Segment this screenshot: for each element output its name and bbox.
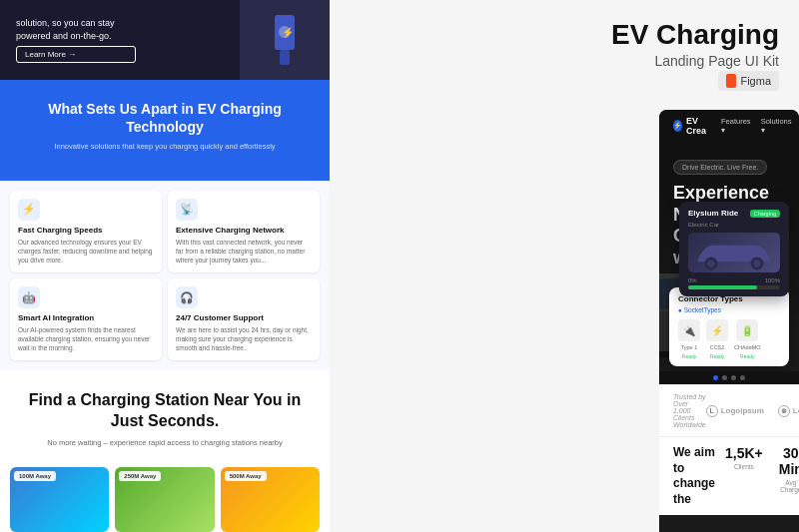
station-card-2[interactable]: 250M Away bbox=[115, 467, 214, 532]
svg-point-21 bbox=[753, 260, 760, 266]
right-panel: EV Charging Landing Page UI Kit Figma ⚡ … bbox=[330, 0, 799, 532]
find-section-title: Find a Charging Station Near You in Just… bbox=[16, 390, 314, 432]
mockup-container: ⚡ EV Crea Features ▾ Solutions ▾ How It … bbox=[659, 110, 799, 532]
nav-solutions[interactable]: Solutions ▾ bbox=[761, 113, 792, 140]
progress-bar bbox=[688, 285, 780, 289]
progress-bar-fill bbox=[688, 285, 757, 289]
connector-icon-3: 🔋 bbox=[736, 319, 758, 341]
blue-section-title: What Sets Us Apart in EV Charging Techno… bbox=[16, 100, 314, 136]
feature-description: Our advanced technology ensures your EV … bbox=[18, 238, 154, 265]
logo-item-1: L Logoipsum bbox=[706, 405, 764, 417]
features-grid: ⚡ Fast Charging Speeds Our advanced tech… bbox=[0, 181, 330, 371]
stats-numbers: 1,5K+ Clients 30 Min Avg Charge 24/7 Sup… bbox=[725, 445, 799, 493]
connector-icon-2: ⚡ bbox=[706, 319, 728, 341]
ai-icon: 🤖 bbox=[18, 286, 40, 308]
figma-icon bbox=[726, 74, 736, 88]
stat-charge-number: 30 Min bbox=[779, 445, 799, 477]
connector-item-1: 🔌 Type 1 Ready bbox=[678, 319, 700, 359]
connector-status-3: Ready bbox=[740, 353, 754, 359]
blue-section-subtitle: Innovative solutions that keep you charg… bbox=[16, 142, 314, 153]
mock-hero: Drive Electric. Live Free. Experience Ne… bbox=[659, 142, 799, 371]
feature-card-ai: 🤖 Smart AI Integration Our AI-powered sy… bbox=[10, 278, 162, 360]
svg-point-19 bbox=[707, 260, 714, 266]
feature-title: 24/7 Customer Support bbox=[176, 313, 312, 322]
mock-nav-items: Features ▾ Solutions ▾ How It Works Revi… bbox=[721, 113, 799, 140]
lightning-icon: ⚡ bbox=[18, 199, 40, 221]
find-section: Find a Charging Station Near You in Just… bbox=[0, 370, 330, 467]
station-card-1[interactable]: 100M Away bbox=[10, 467, 109, 532]
connector-label-3: CHAdeMO bbox=[734, 344, 761, 350]
logo-icon-1: L bbox=[706, 405, 718, 417]
dot-1[interactable] bbox=[713, 375, 718, 380]
stats-section: We aim to change the 1,5K+ Clients 30 Mi… bbox=[659, 436, 799, 515]
feature-description: With this vast connected network, you ne… bbox=[176, 238, 312, 265]
connector-status-2: Ready bbox=[710, 353, 724, 359]
feature-description: We are here to assist you 24 hrs, day or… bbox=[176, 325, 312, 352]
station-distance-3: 500M Away bbox=[225, 471, 267, 481]
logo-items: L Logoipsum ⊗ Logoipsum ✳ Logoipsum ◈ Lo… bbox=[706, 405, 799, 417]
progress-label-left: 0% bbox=[688, 277, 697, 283]
page-title: EV Charging bbox=[611, 20, 779, 51]
top-dark-text: solution, so you can stay powered and on… bbox=[16, 17, 136, 42]
figma-label: Figma bbox=[740, 75, 771, 87]
left-top-dark: solution, so you can stay powered and on… bbox=[0, 0, 330, 80]
stat-charge-time: 30 Min Avg Charge bbox=[779, 445, 799, 493]
feature-title: Fast Charging Speeds bbox=[18, 226, 154, 235]
dot-3[interactable] bbox=[731, 375, 736, 380]
page-subtitle: Landing Page UI Kit bbox=[611, 53, 779, 69]
connector-label-1: Type 1 bbox=[681, 344, 698, 350]
connector-card: Connector Types ● SocketTypes 🔌 Type 1 R… bbox=[669, 287, 789, 366]
station-card-3[interactable]: 500M Away bbox=[221, 467, 320, 532]
mock-logo-text: EV Crea bbox=[686, 116, 709, 136]
station-cards-row: 100M Away 250M Away 500M Away bbox=[0, 467, 330, 532]
support-icon: 🎧 bbox=[176, 286, 198, 308]
mock-nav: ⚡ EV Crea Features ▾ Solutions ▾ How It … bbox=[659, 110, 799, 142]
dot-4[interactable] bbox=[740, 375, 745, 380]
ev-crea-logo-icon: ⚡ bbox=[673, 120, 682, 132]
progress-label-right: 100% bbox=[765, 277, 780, 283]
feature-title: Extensive Charging Network bbox=[176, 226, 312, 235]
svg-text:⚡: ⚡ bbox=[282, 26, 295, 39]
elysium-card: Elysium Ride Charging Electric Car 0% 1 bbox=[679, 202, 789, 296]
logo-text-1: Logoipsum bbox=[721, 406, 764, 415]
connector-item-3: 🔋 CHAdeMO Ready bbox=[734, 319, 761, 359]
feature-card-support: 🎧 24/7 Customer Support We are here to a… bbox=[168, 278, 320, 360]
elysium-car-image bbox=[688, 233, 780, 272]
mock-logo: ⚡ EV Crea bbox=[673, 116, 709, 136]
connector-card-subtitle: ● SocketTypes bbox=[678, 306, 780, 313]
stat-clients: 1,5K+ Clients bbox=[725, 445, 763, 493]
station-distance-2: 250M Away bbox=[119, 471, 161, 481]
hero-badge: Drive Electric. Live Free. bbox=[673, 160, 767, 175]
nav-features[interactable]: Features ▾ bbox=[721, 113, 751, 140]
stats-headline: We aim to change the bbox=[673, 445, 715, 507]
figma-badge: Figma bbox=[718, 71, 779, 91]
station-distance-1: 100M Away bbox=[14, 471, 56, 481]
blue-section: What Sets Us Apart in EV Charging Techno… bbox=[0, 80, 330, 181]
connector-item-2: ⚡ CCS2 Ready bbox=[706, 319, 728, 359]
feature-description: Our AI-powered system finds the nearest … bbox=[18, 325, 154, 352]
top-image: ⚡ bbox=[240, 0, 330, 80]
connector-label-2: CCS2 bbox=[710, 344, 725, 350]
logo-text-2: Logoipsum bbox=[793, 406, 799, 415]
connector-types: 🔌 Type 1 Ready ⚡ CCS2 Ready 🔋 CHAdeMO Re… bbox=[678, 319, 780, 359]
trusted-text: Trusted by Over 1,000 Clients Worldwide bbox=[673, 393, 706, 428]
trusted-section: Trusted by Over 1,000 Clients Worldwide … bbox=[659, 384, 799, 436]
dot-indicators bbox=[659, 371, 799, 384]
logo-icon-2: ⊗ bbox=[778, 405, 790, 417]
find-section-subtitle: No more waiting – experience rapid acces… bbox=[16, 438, 314, 447]
stat-charge-label: Avg Charge bbox=[779, 479, 799, 493]
connector-icon-1: 🔌 bbox=[678, 319, 700, 341]
elysium-name: Elysium Ride bbox=[688, 209, 738, 218]
elysium-status-badge: Charging bbox=[750, 210, 780, 218]
elysium-progress-labels: 0% 100% bbox=[688, 277, 780, 283]
feature-title: Smart AI Integration bbox=[18, 313, 154, 322]
title-area: EV Charging Landing Page UI Kit Figma bbox=[611, 20, 779, 92]
stat-clients-number: 1,5K+ bbox=[725, 445, 763, 461]
connector-status-1: Ready bbox=[682, 353, 696, 359]
dot-2[interactable] bbox=[722, 375, 727, 380]
stat-clients-label: Clients bbox=[725, 463, 763, 470]
elysium-subtitle: Electric Car bbox=[688, 222, 780, 228]
svg-rect-1 bbox=[280, 50, 290, 65]
elysium-header: Elysium Ride Charging bbox=[688, 209, 780, 218]
learn-more-button[interactable]: Learn More → bbox=[16, 46, 136, 63]
